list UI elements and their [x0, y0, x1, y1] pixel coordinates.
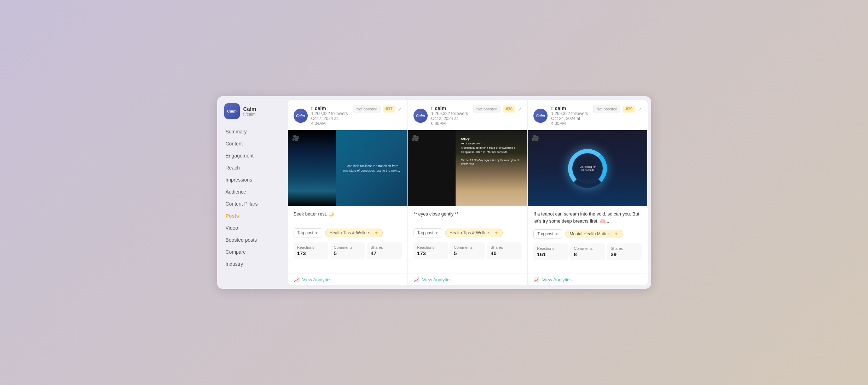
external-link-icon-39[interactable]: ↗	[637, 106, 642, 112]
not-boosted-badge-38: Not boosted	[473, 105, 500, 113]
post-caption-37: Seek better rest. 🌙	[294, 211, 402, 223]
post-body-38: ** eyes close gently ** Tag post ▼ Healt…	[408, 206, 527, 274]
analytics-icon-38: 📈	[413, 277, 419, 282]
post-img-left-38	[408, 130, 456, 206]
tag-badge-38[interactable]: Health Tips & Wellne... ✦	[445, 229, 503, 237]
sidebar-item-summary[interactable]: Summary	[221, 126, 281, 137]
shares-value-38: 40	[491, 250, 518, 256]
post-date-39: Oct 24, 2024 at 4:00PM	[551, 116, 590, 126]
sidebar-item-industry[interactable]: Industry	[221, 258, 281, 270]
post-header-left-37: Calm f calm 1,269,322 followers Oct 7, 2…	[294, 105, 350, 126]
shares-label-39: Shares	[611, 246, 638, 251]
reactions-label-39: Reactions	[537, 246, 565, 251]
post-img-ring-39: Do Nothing for30 Seconds	[528, 130, 647, 206]
sidebar-item-boosted-posts[interactable]: Boosted posts	[221, 234, 281, 246]
analytics-icon-37: 📈	[294, 277, 300, 282]
sidebar-item-engagement[interactable]: Engagement	[221, 150, 281, 161]
post-body-37: Seek better rest. 🌙 Tag post ▼ Health Ti…	[288, 206, 407, 274]
view-analytics-39[interactable]: 📈 View Analytics	[528, 274, 647, 285]
followers-39: 1,269,322 followers	[551, 111, 590, 116]
account-name-row-37: f calm	[311, 105, 350, 111]
view-analytics-label-38: View Analytics	[422, 277, 452, 282]
post-image-37: 🎥 ...can help facilitate the transition …	[288, 130, 407, 206]
reactions-label-38: Reactions	[417, 245, 445, 249]
account-name-37: calm	[315, 105, 326, 111]
tag-post-button-37[interactable]: Tag post ▼	[294, 228, 322, 237]
comments-value-37: 5	[334, 250, 361, 256]
view-analytics-38[interactable]: 📈 View Analytics	[408, 274, 527, 285]
post-header-right-37: Not boosted #37 ↗	[353, 105, 401, 113]
tag-post-button-39[interactable]: Tag post ▼	[533, 229, 562, 239]
facebook-icon-39: f	[551, 106, 552, 111]
posts-container: Calm f calm 1,269,322 followers Oct 7, 2…	[288, 100, 648, 285]
account-name-38: calm	[435, 105, 446, 111]
sidebar-navigation: Summary Content Engagement Reach Impress…	[217, 126, 284, 270]
sidebar-item-content[interactable]: Content	[221, 138, 281, 149]
avatar-39: Calm	[533, 109, 548, 123]
video-icon-37: 🎥	[292, 134, 299, 141]
shares-value-39: 39	[611, 251, 638, 257]
ring-text-39: Do Nothing for30 Seconds	[577, 165, 598, 171]
tag-label-38: Health Tips & Wellne...	[450, 230, 492, 235]
comments-label-37: Comments	[334, 245, 361, 249]
post-header-right-39: Not boosted #39 ↗	[593, 105, 642, 113]
sidebar-item-reach[interactable]: Reach	[221, 162, 281, 173]
post-header-left-38: Calm f calm 1,269,322 followers Oct 2, 2…	[413, 105, 470, 126]
post-card-37: Calm f calm 1,269,322 followers Oct 7, 2…	[288, 100, 408, 285]
post-metrics-37: Reactions 173 Comments 5 Shares 47	[294, 242, 402, 259]
sidebar-item-compare[interactable]: Compare	[221, 246, 281, 258]
facebook-icon-37: f	[311, 106, 313, 111]
reactions-box-39: Reactions 161	[533, 243, 568, 260]
comments-box-37: Comments 5	[330, 242, 365, 259]
account-info-39: f calm 1,269,322 followers Oct 24, 2024 …	[551, 105, 590, 126]
post-tags-37: Tag post ▼ Health Tips & Wellne... ✦	[294, 228, 402, 237]
brand-text: Calm f /calm	[243, 106, 256, 117]
rank-badge-37: #37	[383, 105, 395, 113]
sidebar-item-video[interactable]: Video	[221, 222, 281, 234]
avatar-38: Calm	[413, 109, 428, 123]
account-info-38: f calm 1,269,322 followers Oct 2, 2024 a…	[431, 105, 470, 126]
not-boosted-badge-39: Not boosted	[593, 105, 620, 113]
blue-ring-39: Do Nothing for30 Seconds	[568, 149, 607, 188]
external-link-icon-38[interactable]: ↗	[517, 106, 522, 112]
view-analytics-label-39: View Analytics	[542, 277, 572, 282]
post-date-37: Oct 7, 2024 at 4:04AM	[311, 116, 350, 126]
tag-post-arrow-37: ▼	[315, 231, 318, 235]
sidebar-item-audience[interactable]: Audience	[221, 186, 281, 197]
tag-star-37: ✦	[375, 230, 378, 235]
post-tags-38: Tag post ▼ Health Tips & Wellne... ✦	[413, 228, 522, 237]
post-header-38: Calm f calm 1,269,322 followers Oct 2, 2…	[408, 100, 527, 130]
tag-badge-37[interactable]: Health Tips & Wellne... ✦	[325, 229, 383, 237]
avatar-37: Calm	[294, 109, 308, 123]
post-date-38: Oct 2, 2024 at 6:30PM	[431, 116, 470, 126]
tag-post-label-37: Tag post	[297, 230, 313, 235]
shares-label-37: Shares	[371, 245, 398, 249]
tag-badge-39[interactable]: Mental Health Matter... ✦	[565, 230, 623, 238]
external-link-icon-37[interactable]: ↗	[398, 106, 402, 112]
comments-value-39: 8	[574, 251, 601, 257]
sidebar-item-content-pillars[interactable]: Content Pillars	[221, 198, 281, 209]
post-metrics-38: Reactions 173 Comments 5 Shares 40	[413, 242, 522, 259]
reactions-value-39: 161	[537, 251, 565, 257]
analytics-icon-39: 📈	[533, 277, 539, 282]
post-caption-39: If a teapot can scream into the void, so…	[533, 211, 642, 224]
post-body-39: If a teapot can scream into the void, so…	[528, 206, 647, 274]
sidebar: Calm Calm f /calm Summary Content Engage…	[217, 96, 284, 289]
post-img-text-37: ...can help facilitate the transition fr…	[343, 164, 400, 173]
app-container: Calm Calm f /calm Summary Content Engage…	[217, 96, 651, 289]
rank-badge-39: #39	[623, 105, 635, 113]
sidebar-item-posts[interactable]: Posts	[221, 210, 281, 222]
tag-post-label-39: Tag post	[537, 231, 553, 236]
view-analytics-37[interactable]: 📈 View Analytics	[288, 274, 407, 285]
tag-star-38: ✦	[494, 230, 498, 235]
sidebar-brand: Calm Calm f /calm	[217, 103, 284, 126]
reactions-label-37: Reactions	[297, 245, 325, 249]
sidebar-item-impressions[interactable]: Impressions	[221, 174, 281, 185]
tag-label-39: Mental Health Matter...	[569, 231, 612, 236]
account-name-row-39: f calm	[551, 105, 590, 111]
post-image-39: 🎥 Do Nothing for30 Seconds	[528, 130, 647, 206]
main-content: Calm f calm 1,269,322 followers Oct 7, 2…	[288, 100, 648, 285]
brand-handle: f /calm	[243, 112, 256, 117]
tag-post-button-38[interactable]: Tag post ▼	[413, 228, 442, 237]
post-header-37: Calm f calm 1,269,322 followers Oct 7, 2…	[288, 100, 407, 130]
